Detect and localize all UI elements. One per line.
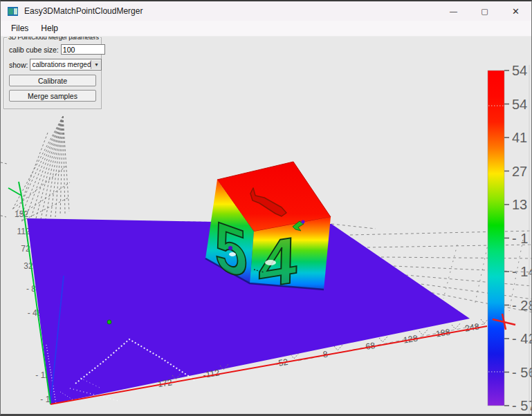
close-button[interactable]: ✕ (500, 1, 531, 21)
colorbar-tick-label: 27 (512, 164, 527, 179)
app-icon (8, 7, 18, 16)
merge-samples-button[interactable]: Merge samples (9, 90, 96, 102)
calibrate-button[interactable]: Calibrate (9, 75, 96, 86)
window-controls: — ▢ ✕ (438, 1, 531, 21)
colorbar-tick-label: - 1 (512, 231, 528, 246)
parameters-groupbox: 3D PointCloud Merger parameters calib cu… (3, 37, 102, 109)
menu-files[interactable]: Files (5, 22, 35, 35)
chevron-down-icon[interactable]: ▼ (91, 60, 101, 69)
maximize-button[interactable]: ▢ (469, 1, 500, 21)
app-window: { "window": { "title": "Easy3DMatchPoint… (0, 0, 532, 416)
viewport-3d[interactable]: 1521127232- 8- 48- 128- 168 -172-112-528… (1, 36, 532, 415)
colorbar-tick-label: 41 (512, 130, 527, 145)
cube-right-digit: 4 (258, 223, 298, 302)
colorbar-gradient (488, 70, 504, 406)
y-axis-tick-label: 152 (15, 209, 28, 219)
title-bar: Easy3DMatchPointCloudMerger — ▢ ✕ (1, 1, 531, 21)
green-sample-dot (107, 320, 111, 324)
show-label: show: (9, 61, 28, 69)
show-dropdown-value: calbrations merged (30, 61, 91, 68)
window-title: Easy3DMatchPointCloudMerger (24, 6, 143, 16)
colorbar-tick-label: 13 (512, 197, 527, 212)
colorbar: 5454412713- 1- 14- 28- 42- 56- 57 (488, 63, 532, 413)
x-axis-vmark (452, 323, 461, 329)
minimize-button[interactable]: — (438, 1, 469, 21)
menu-help[interactable]: Help (35, 22, 64, 35)
colorbar-tick-label: 54 (512, 97, 527, 112)
calib-cube-size-label: calib cube size: (9, 46, 59, 54)
menu-bar: Files Help (1, 21, 531, 37)
calibration-cube[interactable]: 5 4 (205, 162, 331, 302)
x-axis-vmark (419, 329, 428, 335)
colorbar-tick-label: 54 (512, 63, 527, 78)
colorbar-tick-labels: 5454412713- 1- 14- 28- 42- 56- 57 (504, 63, 532, 413)
grid-fan-left (1, 116, 70, 221)
calib-cube-size-input[interactable] (61, 44, 105, 55)
show-dropdown[interactable]: calbrations merged ▼ (30, 59, 102, 70)
